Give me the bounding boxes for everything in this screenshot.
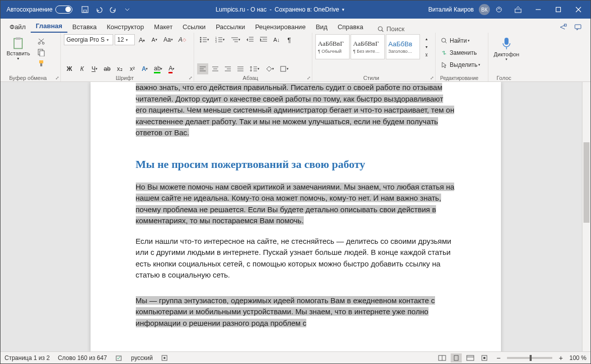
shading-button[interactable]: ▾ (263, 63, 276, 74)
body-text[interactable]: важно знать, что его действия правильный… (136, 83, 455, 137)
find-button[interactable]: Найти▾ (439, 35, 486, 46)
sort-button[interactable]: A↓ (271, 34, 282, 45)
paste-button[interactable]: Вставить ▾ (4, 34, 33, 68)
body-text[interactable]: Если нашли что-то интересное на сайте, н… (136, 237, 452, 280)
web-layout-button[interactable] (465, 353, 476, 362)
style-normal[interactable]: АаБбВвГ¶ Обычный (315, 34, 350, 59)
zoom-level[interactable]: 100 % (569, 354, 586, 361)
coming-soon-icon[interactable] (495, 6, 503, 14)
tab-references[interactable]: Ссылки (178, 21, 211, 33)
superscript-button[interactable]: x² (127, 63, 138, 74)
font-launcher-icon[interactable]: ⤢ (189, 75, 193, 80)
undo-icon[interactable] (95, 5, 104, 14)
shrink-font-button[interactable]: A▾ (149, 34, 160, 45)
chevron-down-icon[interactable]: ▾ (342, 7, 345, 12)
tab-file[interactable]: Файл (5, 21, 31, 33)
document-area[interactable]: важно знать, что его действия правильный… (1, 82, 590, 351)
tab-home[interactable]: Главная (31, 20, 67, 33)
toggle-switch-icon (55, 6, 72, 14)
search-box[interactable]: Поиск (377, 25, 404, 33)
styles-launcher-icon[interactable]: ⤢ (430, 75, 434, 80)
body-text[interactable]: Но Вы можете помочь нам своей критикой и… (136, 183, 455, 225)
tab-review[interactable]: Рецензирование (250, 21, 310, 33)
tab-layout[interactable]: Макет (149, 21, 178, 33)
select-button[interactable]: Выделить▾ (439, 59, 486, 70)
numbering-button[interactable]: 123▾ (213, 34, 227, 45)
line-spacing-button[interactable]: ▾ (247, 63, 262, 74)
change-case-button[interactable]: Aa▾ (161, 34, 175, 45)
cut-button[interactable] (35, 36, 47, 46)
tab-design[interactable]: Конструктор (102, 21, 149, 33)
align-right-button[interactable] (222, 63, 233, 74)
heading[interactable]: Мы не просим пожертвований за свою работ… (136, 156, 456, 172)
styles-up-icon[interactable]: ▴ (421, 35, 432, 43)
zoom-out-button[interactable]: − (493, 353, 504, 362)
clear-format-button[interactable]: A◇ (177, 34, 188, 45)
language-status[interactable]: русский (131, 354, 153, 361)
share-icon[interactable] (557, 22, 568, 33)
tab-help[interactable]: Справка (332, 21, 368, 33)
dictate-button[interactable]: Диктофон ▾ (491, 34, 522, 63)
bullets-button[interactable]: ▾ (197, 34, 211, 45)
comments-icon[interactable] (572, 22, 583, 33)
style-nospacing[interactable]: АаБбВвГ¶ Без инте… (351, 34, 385, 59)
word-count-status[interactable]: Слово 160 из 647 (58, 354, 107, 361)
read-mode-button[interactable] (437, 353, 448, 362)
svg-point-64 (163, 357, 165, 359)
microphone-icon (500, 36, 513, 51)
subscript-button[interactable]: x₂ (114, 63, 125, 74)
tab-mailings[interactable]: Рассылки (211, 21, 250, 33)
font-name-combo[interactable]: Georgia Pro S▾ (64, 34, 113, 45)
align-left-button[interactable] (197, 63, 208, 74)
svg-rect-1 (83, 10, 87, 12)
clipboard-launcher-icon[interactable]: ⤢ (55, 75, 59, 80)
zoom-in-button[interactable]: + (555, 353, 566, 362)
brush-icon (37, 59, 45, 67)
styles-more-icon[interactable]: ⊻ (421, 51, 432, 59)
grow-font-button[interactable]: A▴ (136, 34, 147, 45)
focus-mode-button[interactable] (479, 353, 490, 362)
indent-button[interactable] (258, 34, 270, 45)
paragraph-launcher-icon[interactable]: ⤢ (307, 75, 311, 80)
tab-view[interactable]: Вид (311, 21, 333, 33)
save-icon[interactable] (80, 5, 90, 14)
borders-button[interactable]: ▾ (278, 63, 291, 74)
multilevel-button[interactable]: ▾ (228, 34, 242, 45)
redo-icon[interactable] (109, 5, 118, 14)
vertical-scrollbar[interactable] (582, 82, 590, 351)
outdent-button[interactable] (244, 34, 256, 45)
text-effects-button[interactable]: A▾ (139, 63, 150, 74)
scrollbar-thumb[interactable] (583, 142, 589, 223)
font-color-button[interactable]: A▾ (166, 63, 177, 74)
print-layout-button[interactable] (451, 353, 462, 362)
italic-button[interactable]: К (76, 63, 88, 74)
replace-button[interactable]: Заменить (439, 47, 486, 58)
page-number-status[interactable]: Страница 1 из 2 (5, 354, 50, 361)
close-button[interactable] (568, 1, 588, 19)
style-heading1[interactable]: АаБбВвЗаголово… (386, 34, 420, 59)
font-size-combo[interactable]: 12▾ (115, 34, 135, 45)
macro-status-icon[interactable] (161, 354, 168, 361)
format-painter-button[interactable] (35, 58, 47, 68)
align-center-button[interactable] (210, 63, 221, 74)
ribbon-options-icon[interactable] (508, 1, 528, 19)
styles-down-icon[interactable]: ▾ (421, 43, 432, 51)
strike-button[interactable]: ab (102, 63, 113, 74)
tab-insert[interactable]: Вставка (67, 21, 102, 33)
show-marks-button[interactable]: ¶ (284, 34, 295, 45)
highlight-button[interactable]: ab▾ (152, 63, 164, 74)
zoom-slider[interactable] (507, 357, 552, 359)
underline-button[interactable]: Ч▾ (89, 63, 100, 74)
copy-button[interactable] (35, 47, 47, 57)
avatar[interactable]: ВК (479, 4, 490, 15)
align-right-icon (224, 66, 231, 72)
justify-button[interactable] (235, 63, 246, 74)
user-name[interactable]: Виталий Каиров (428, 6, 474, 13)
spellcheck-status-icon[interactable] (115, 354, 123, 361)
qat-customize-icon[interactable] (123, 5, 132, 14)
body-text[interactable]: Мы — группа энтузиастов, одержимых идеей… (136, 296, 435, 327)
minimize-button[interactable] (528, 1, 548, 19)
maximize-button[interactable] (548, 1, 568, 19)
autosave-toggle[interactable]: Автосохранение (7, 6, 72, 14)
bold-button[interactable]: Ж (64, 63, 75, 74)
